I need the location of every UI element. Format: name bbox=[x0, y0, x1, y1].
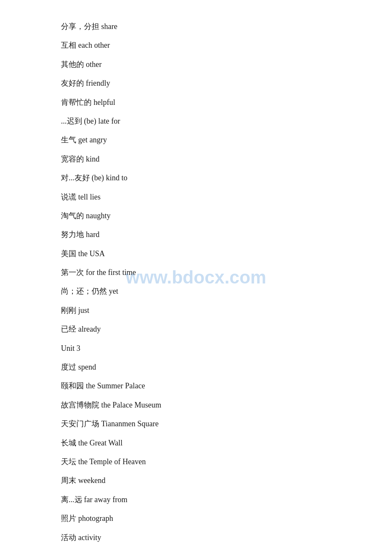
list-item: 友好的 friendly bbox=[61, 74, 331, 92]
list-item: 淘气的 naughty bbox=[61, 206, 331, 225]
list-item: 对...友好 (be) kind to bbox=[61, 168, 331, 187]
list-item: 已经 already bbox=[61, 320, 331, 338]
list-item: 努力地 hard bbox=[61, 225, 331, 244]
list-item: 颐和园 the Summer Palace bbox=[61, 376, 331, 395]
list-item: 说谎 tell lies bbox=[61, 188, 331, 206]
list-item: 刚刚 just bbox=[61, 301, 331, 320]
list-item: 离...远 far away from bbox=[61, 490, 331, 509]
list-item: 照片 photograph bbox=[61, 509, 331, 528]
list-item: 互相 each other bbox=[61, 36, 331, 55]
list-item: 天安门广场 Tiananmen Square bbox=[61, 414, 331, 433]
list-item: 宽容的 kind bbox=[61, 150, 331, 168]
list-item: 分享，分担 share bbox=[61, 17, 331, 36]
list-item: 故宫博物院 the Palace Museum bbox=[61, 396, 331, 414]
list-item: 尚；还；仍然 yet bbox=[61, 282, 331, 301]
list-item: 长城 the Great Wall bbox=[61, 434, 331, 452]
list-item: 肯帮忙的 helpful bbox=[61, 93, 331, 112]
list-item: 其他的 other bbox=[61, 55, 331, 74]
list-item: 美国 the USA bbox=[61, 244, 331, 263]
list-item: ...迟到 (be) late for bbox=[61, 112, 331, 130]
unit-3-header: Unit 3 bbox=[61, 339, 331, 358]
list-item: 度过 spend bbox=[61, 358, 331, 376]
list-item: 周末 weekend bbox=[61, 471, 331, 490]
list-item: 第一次 for the first time bbox=[61, 263, 331, 282]
list-item: 生气 get angry bbox=[61, 130, 331, 149]
list-item: 活动 activity bbox=[61, 528, 331, 547]
list-item: 天坛 the Temple of Heaven bbox=[61, 452, 331, 471]
vocabulary-list: 分享，分担 share 互相 each other 其他的 other 友好的 … bbox=[61, 17, 331, 547]
